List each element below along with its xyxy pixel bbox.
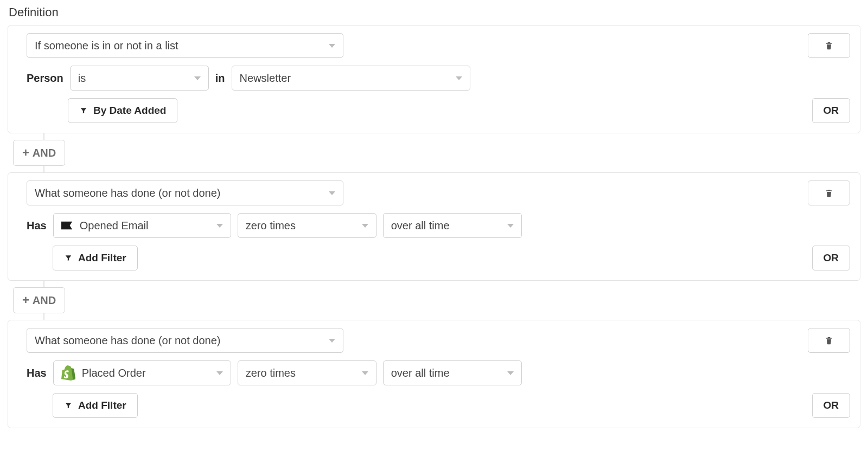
- filter-icon: [64, 402, 73, 409]
- and-button[interactable]: + AND: [13, 140, 65, 166]
- filter-button-label: Add Filter: [78, 399, 126, 411]
- trash-icon: [825, 336, 833, 345]
- and-connector: + AND: [8, 281, 860, 320]
- condition-block: What someone has done (or not done) Has …: [8, 172, 860, 281]
- chevron-down-icon: [362, 371, 368, 375]
- filter-button-label: Add Filter: [78, 252, 126, 264]
- and-label: AND: [33, 294, 56, 307]
- or-button[interactable]: OR: [812, 393, 851, 418]
- event-select[interactable]: Opened Email: [53, 213, 231, 238]
- prefix-label: Has: [27, 367, 47, 379]
- filter-button[interactable]: Add Filter: [53, 393, 138, 418]
- chevron-down-icon: [194, 76, 201, 80]
- chevron-down-icon: [362, 224, 368, 228]
- condition-type-select[interactable]: What someone has done (or not done): [27, 181, 343, 205]
- and-label: AND: [33, 147, 56, 159]
- timeframe-value: over all time: [391, 220, 450, 232]
- operator-value: is: [78, 72, 86, 85]
- condition-type-value: If someone is in or not in a list: [35, 40, 178, 52]
- frequency-value: zero times: [246, 220, 296, 232]
- list-select[interactable]: Newsletter: [232, 66, 470, 91]
- frequency-value: zero times: [246, 367, 296, 379]
- and-connector: + AND: [8, 133, 860, 172]
- or-button-label: OR: [824, 252, 839, 264]
- condition-type-select[interactable]: What someone has done (or not done): [27, 328, 343, 353]
- condition-type-value: What someone has done (or not done): [35, 187, 220, 199]
- condition-block: What someone has done (or not done) Has: [8, 320, 860, 428]
- mid-label: in: [215, 72, 225, 85]
- and-button[interactable]: + AND: [13, 287, 65, 313]
- chevron-down-icon: [507, 371, 514, 375]
- prefix-label: Person: [27, 72, 63, 85]
- condition-type-select[interactable]: If someone is in or not in a list: [27, 33, 343, 58]
- plus-icon: +: [22, 294, 29, 306]
- event-select[interactable]: Placed Order: [53, 360, 231, 385]
- event-value: Placed Order: [82, 367, 146, 379]
- event-value: Opened Email: [80, 220, 149, 232]
- trash-icon: [825, 41, 833, 50]
- operator-select[interactable]: is: [70, 66, 209, 91]
- prefix-label: Has: [27, 220, 47, 232]
- chevron-down-icon: [456, 76, 462, 80]
- frequency-select[interactable]: zero times: [238, 213, 376, 238]
- chevron-down-icon: [216, 371, 223, 375]
- filter-button[interactable]: Add Filter: [53, 246, 138, 270]
- condition-block: If someone is in or not in a list Person…: [8, 25, 860, 133]
- or-button-label: OR: [824, 105, 839, 117]
- chevron-down-icon: [329, 191, 335, 195]
- chevron-down-icon: [329, 44, 335, 48]
- timeframe-value: over all time: [391, 367, 450, 379]
- or-button[interactable]: OR: [812, 98, 851, 123]
- flag-icon: [61, 221, 73, 230]
- filter-icon: [79, 107, 88, 114]
- trash-icon: [825, 188, 833, 198]
- frequency-select[interactable]: zero times: [238, 360, 376, 385]
- timeframe-select[interactable]: over all time: [383, 213, 522, 238]
- filter-button-label: By Date Added: [93, 105, 166, 117]
- delete-button[interactable]: [808, 181, 850, 205]
- filter-icon: [64, 254, 73, 262]
- or-button[interactable]: OR: [812, 246, 851, 270]
- list-value: Newsletter: [240, 72, 291, 85]
- condition-type-value: What someone has done (or not done): [35, 334, 220, 347]
- delete-button[interactable]: [808, 328, 850, 353]
- or-button-label: OR: [824, 399, 839, 411]
- delete-button[interactable]: [808, 33, 850, 58]
- chevron-down-icon: [329, 339, 335, 343]
- section-heading: Definition: [9, 5, 860, 20]
- chevron-down-icon: [507, 224, 514, 228]
- filter-button[interactable]: By Date Added: [68, 98, 177, 123]
- chevron-down-icon: [216, 224, 223, 228]
- plus-icon: +: [22, 147, 29, 159]
- timeframe-select[interactable]: over all time: [383, 360, 522, 385]
- shopify-icon: [61, 365, 75, 381]
